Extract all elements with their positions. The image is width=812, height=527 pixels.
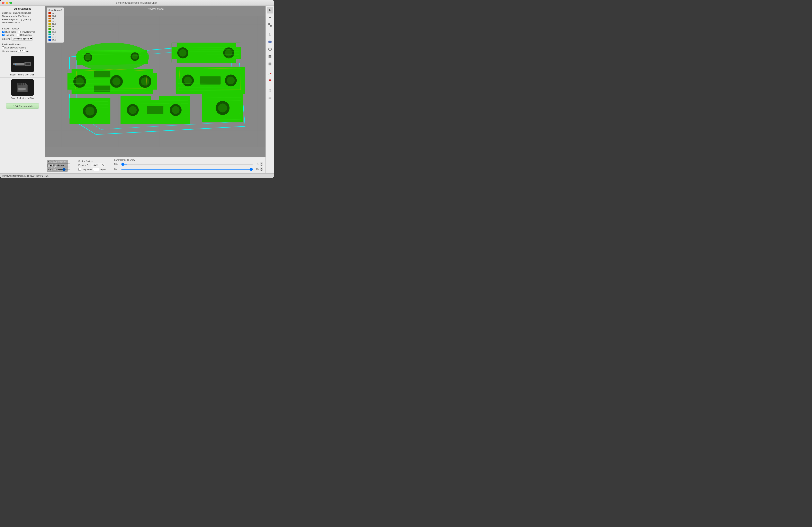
max-range-row: Max 25 ▲ ▼ [114, 167, 263, 171]
svg-rect-131 [269, 97, 272, 97]
svg-rect-133 [269, 99, 272, 99]
minimize-button[interactable] [6, 2, 8, 4]
svg-rect-58 [94, 86, 111, 92]
only-show-input[interactable] [93, 168, 99, 171]
legend-item: 59.0 [48, 20, 62, 22]
cursor-button[interactable] [267, 7, 273, 14]
min-range-row: Min 1 ▲ ▼ [114, 162, 263, 166]
build-table-checkbox[interactable] [2, 31, 4, 33]
max-stepper: ▲ ▼ [260, 167, 263, 171]
main-window: Simplify3D (Licensed to Michael Chen) Bu… [0, 0, 274, 178]
svg-point-19 [132, 54, 137, 60]
viewport-background [45, 6, 265, 157]
svg-rect-120 [269, 24, 270, 25]
travel-moves-checkbox[interactable] [18, 31, 21, 33]
view-top-button[interactable] [267, 54, 273, 60]
svg-rect-38 [236, 59, 241, 63]
only-show-row: Only show layers [78, 168, 106, 171]
axes-icon [268, 72, 272, 75]
view3d-solid-button[interactable] [267, 39, 273, 45]
usb-image-box[interactable] [11, 56, 34, 72]
layer-range-title: Layer Range to Show [114, 159, 263, 161]
view3d-solid-icon [268, 40, 272, 44]
live-tracking-checkbox[interactable] [2, 46, 4, 49]
legend-item: 73.0 [48, 15, 62, 17]
legend-value: 73.0 [52, 15, 56, 17]
legend-value: 24.0 [52, 33, 56, 35]
update-interval-row: Update interval sec [2, 50, 43, 53]
svg-rect-55 [68, 90, 72, 94]
maximize-button[interactable] [10, 2, 12, 4]
move-icon: ✛ [269, 16, 271, 19]
svg-rect-102 [151, 96, 159, 100]
speed-legend: Speed (mm/s) 80.0 73.0 66.0 59.0 52.0 45… [47, 7, 64, 43]
min-increment-button[interactable]: ▲ [260, 162, 263, 164]
build-table-row: Build table Travel moves [2, 31, 43, 33]
legend-value: 17.0 [52, 36, 56, 38]
exit-preview-button[interactable]: ↩ Exit Preview Mode [6, 103, 39, 109]
usb-section: Begin Printing over USB [0, 54, 45, 78]
gear-button[interactable]: ⚙ [267, 87, 273, 94]
view3d-outline-button[interactable] [267, 46, 273, 52]
max-slider[interactable] [121, 169, 253, 170]
cursor-icon [269, 9, 272, 12]
axes-button[interactable] [267, 70, 273, 77]
legend-value: 38.0 [52, 28, 56, 30]
update-interval-input[interactable] [18, 50, 25, 53]
max-decrement-button[interactable]: ▼ [260, 169, 263, 171]
min-decrement-button[interactable]: ▼ [260, 164, 263, 166]
gear-icon: ⚙ [269, 89, 271, 92]
legend-color-swatch [48, 26, 51, 27]
svg-point-72 [184, 77, 192, 85]
retractions-checkbox[interactable] [17, 34, 19, 36]
svg-point-50 [112, 77, 120, 86]
viewport-canvas[interactable] [45, 6, 265, 157]
legend-item: 52.0 [48, 23, 62, 25]
min-slider[interactable] [121, 164, 253, 165]
legend-color-swatch [48, 20, 51, 22]
scale-button[interactable] [267, 22, 273, 28]
toolhead-label: Toolhead [5, 34, 15, 36]
3d-visualization [45, 6, 265, 157]
svg-point-32 [179, 49, 187, 57]
plastic-weight: Plastic weight: 6.22 g (0.01 lb) [2, 18, 43, 21]
svg-rect-2 [15, 64, 16, 65]
legend-item: 38.0 [48, 28, 62, 30]
toolhead-x: X: -1.000 [48, 164, 66, 166]
show-in-preview-title: Show in Preview [2, 27, 43, 30]
legend-value: 10.0 [52, 39, 56, 41]
svg-rect-37 [172, 59, 177, 63]
svg-point-52 [141, 77, 149, 86]
scale-icon [269, 23, 272, 27]
coloring-select[interactable]: Movement Speed [11, 37, 33, 41]
close-button[interactable] [2, 2, 4, 4]
rotate-button[interactable]: ↻ [267, 31, 273, 38]
main-content: Build Statistics Build time: 0 hours 32 … [0, 6, 274, 174]
max-increment-button[interactable]: ▲ [260, 167, 263, 169]
max-label: Max [114, 168, 120, 170]
legend-color-swatch [48, 36, 51, 38]
center-panel: Speed (mm/s) 80.0 73.0 66.0 59.0 52.0 45… [45, 6, 265, 174]
flag-icon [268, 79, 272, 83]
svg-rect-129 [269, 79, 271, 81]
only-show-checkbox[interactable] [78, 168, 81, 171]
min-value: 1 [255, 163, 259, 165]
toolhead-checkbox[interactable] [2, 34, 4, 36]
view-top-icon [268, 55, 272, 59]
legend-color-swatch [48, 23, 51, 25]
list-icon [269, 96, 272, 99]
show-in-preview-section: Show in Preview Build table Travel moves… [0, 26, 45, 42]
svg-point-86 [86, 106, 95, 116]
filament-length: Filament length: 2142.0 mm [2, 15, 43, 18]
move-button[interactable]: ✛ [267, 14, 273, 21]
svg-rect-6 [20, 83, 21, 86]
left-panel: Build Statistics Build time: 0 hours 32 … [0, 6, 45, 174]
legend-item: 31.0 [48, 31, 62, 33]
legend-value: 59.0 [52, 20, 56, 22]
sd-image-box[interactable] [11, 79, 34, 96]
view-front-button[interactable] [267, 61, 273, 67]
list-button[interactable] [267, 95, 273, 101]
preview-by-select[interactable]: Layer [91, 163, 105, 167]
flag-button[interactable] [267, 78, 273, 84]
legend-item: 45.0 [48, 25, 62, 28]
